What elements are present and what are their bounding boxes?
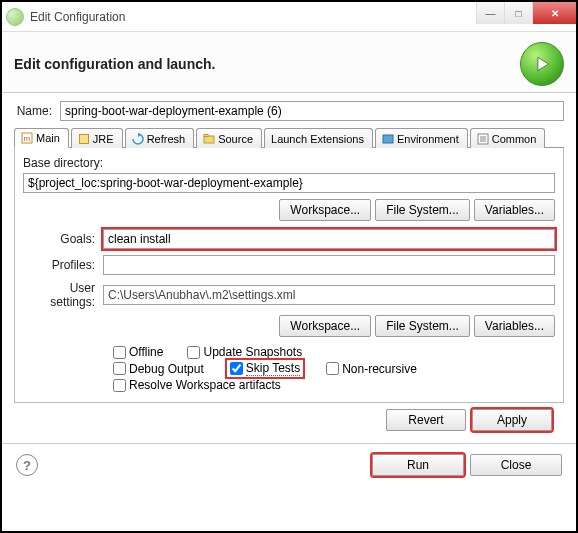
tab-main-label: Main [36, 132, 60, 144]
offline-checkbox[interactable]: Offline [113, 345, 163, 359]
dialog-banner: Edit configuration and launch. [2, 32, 576, 93]
app-icon [6, 8, 24, 26]
goals-label: Goals: [23, 232, 103, 246]
skip-tests-checkbox[interactable]: Skip Tests [228, 361, 302, 376]
tab-refresh[interactable]: Refresh [125, 128, 195, 148]
profiles-input[interactable] [103, 255, 555, 275]
tab-common[interactable]: Common [470, 128, 546, 148]
name-row: Name: [14, 101, 564, 121]
tab-environment[interactable]: Environment [375, 128, 468, 148]
resolve-workspace-artifacts-checkbox[interactable]: Resolve Workspace artifacts [113, 378, 281, 392]
filesystem-button-2[interactable]: File System... [375, 315, 470, 337]
environment-tab-icon [382, 133, 394, 145]
revert-button[interactable]: Revert [386, 409, 466, 431]
tab-source-label: Source [218, 133, 253, 145]
revert-apply-row: Revert Apply [14, 403, 564, 437]
debug-output-checkbox[interactable]: Debug Output [113, 361, 204, 376]
tab-environment-label: Environment [397, 133, 459, 145]
base-directory-label: Base directory: [23, 156, 555, 170]
tab-launch-extensions[interactable]: Launch Extensions [264, 128, 373, 148]
minimize-button[interactable]: — [476, 2, 504, 24]
tab-main[interactable]: m Main [14, 128, 69, 148]
close-window-button[interactable]: ✕ [532, 2, 576, 24]
workspace-button-1[interactable]: Workspace... [279, 199, 371, 221]
title-bar: Edit Configuration — □ ✕ [2, 2, 576, 32]
non-recursive-checkbox[interactable]: Non-recursive [326, 361, 417, 376]
svg-rect-5 [204, 136, 214, 143]
svg-text:m: m [24, 134, 31, 143]
svg-marker-0 [538, 57, 549, 70]
close-button[interactable]: Close [470, 454, 562, 476]
update-snapshots-checkbox[interactable]: Update Snapshots [187, 345, 302, 359]
tab-jre[interactable]: JRE [71, 128, 123, 148]
banner-heading: Edit configuration and launch. [14, 56, 520, 72]
name-input[interactable] [60, 101, 564, 121]
run-button[interactable]: Run [372, 454, 464, 476]
svg-rect-6 [204, 134, 208, 136]
main-tab-icon: m [21, 132, 33, 144]
filesystem-button-1[interactable]: File System... [375, 199, 470, 221]
user-settings-input[interactable] [103, 285, 555, 305]
tab-launch-extensions-label: Launch Extensions [271, 133, 364, 145]
dialog-footer: ? Run Close [2, 443, 576, 486]
common-tab-icon [477, 133, 489, 145]
jre-tab-icon [78, 133, 90, 145]
base-directory-input[interactable] [23, 173, 555, 193]
run-banner-icon [520, 42, 564, 86]
maximize-button[interactable]: □ [504, 2, 532, 24]
tab-common-label: Common [492, 133, 537, 145]
svg-rect-3 [79, 134, 88, 143]
tab-refresh-label: Refresh [147, 133, 186, 145]
profiles-label: Profiles: [23, 258, 103, 272]
goals-input[interactable] [103, 229, 555, 249]
tab-bar: m Main JRE Refresh Source Launch Extensi… [14, 127, 564, 148]
user-settings-label: User settings: [23, 281, 103, 309]
apply-button[interactable]: Apply [472, 409, 552, 431]
tab-jre-label: JRE [93, 133, 114, 145]
name-label: Name: [14, 104, 60, 118]
help-icon[interactable]: ? [16, 454, 38, 476]
source-tab-icon [203, 133, 215, 145]
variables-button-2[interactable]: Variables... [474, 315, 555, 337]
svg-rect-7 [383, 135, 393, 143]
tab-source[interactable]: Source [196, 128, 262, 148]
workspace-button-2[interactable]: Workspace... [279, 315, 371, 337]
variables-button-1[interactable]: Variables... [474, 199, 555, 221]
main-tab-panel: Base directory: Workspace... File System… [14, 148, 564, 403]
window-title: Edit Configuration [30, 10, 476, 24]
refresh-tab-icon [132, 133, 144, 145]
